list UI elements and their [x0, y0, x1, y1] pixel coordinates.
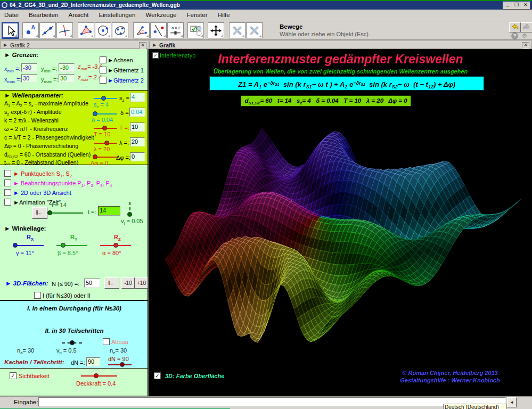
vn-slider-handle[interactable] — [70, 340, 75, 345]
checkbox-tool-icon — [189, 24, 202, 37]
grafik-close-icon[interactable]: ✕ — [522, 42, 529, 50]
beobachtungspunkte-label: ► Beabachtungspunkte P1, P2, P3, P4 — [13, 180, 112, 188]
ry-slider-handle[interactable] — [61, 243, 66, 248]
tool-custom-tools[interactable] — [229, 22, 245, 38]
wellen-line-7: dS1,S2 = 60 - Ortsabstand (Quellen) — [4, 151, 91, 159]
tool-perpendicular-line[interactable] — [56, 22, 73, 38]
sz-slider[interactable] — [94, 98, 117, 99]
vn-value: vn = 0.5 — [56, 347, 77, 355]
animation-zeit-checkbox[interactable] — [4, 199, 11, 206]
rx-slider[interactable] — [13, 245, 44, 246]
sz-slider-handle[interactable] — [101, 96, 106, 101]
eingabe-input[interactable] — [38, 397, 506, 406]
tool-reflect[interactable] — [150, 22, 167, 38]
T-slider-handle[interactable] — [102, 126, 107, 130]
ry-slider[interactable] — [56, 245, 87, 246]
menu-bearbeiten[interactable]: Bearbeiten — [24, 10, 63, 18]
dphi-input[interactable]: 0 — [130, 152, 145, 161]
n-minus10-button[interactable]: -10 — [121, 277, 135, 289]
xmin-input[interactable]: -30 — [21, 63, 37, 72]
n-input[interactable]: 50 — [84, 279, 100, 288]
xmax-input[interactable]: 30 — [21, 74, 37, 83]
wellen-line-1: A1 = A2 = sz - maximale Amplitude — [4, 100, 88, 108]
ymax-input[interactable]: 30 — [59, 74, 75, 83]
sz-input[interactable]: 4 — [130, 93, 145, 102]
tool-new-point[interactable]: A — [22, 22, 39, 38]
dphi-slider[interactable] — [94, 157, 117, 158]
sz-slider-label: sz = 4 — [94, 101, 109, 109]
dphi-slider-handle[interactable] — [93, 154, 97, 159]
grafik2-panel-header[interactable]: ▶ Grafik 2 ✕ — [0, 40, 149, 49]
lambda-input[interactable]: 20 — [130, 137, 145, 146]
beobachtungspunkte-checkbox[interactable] — [4, 179, 11, 186]
delta-slider-handle[interactable] — [93, 111, 97, 116]
rz-slider[interactable] — [100, 245, 131, 246]
help-icon[interactable]: ? — [511, 32, 518, 39]
tool-line[interactable] — [39, 22, 56, 38]
restore-button[interactable]: ❐ — [512, 2, 521, 10]
deckkraft-slider[interactable] — [81, 375, 117, 377]
close-button[interactable]: ✕ — [521, 2, 530, 10]
gitternetz2-checkbox[interactable] — [100, 77, 107, 84]
menu-hilfe[interactable]: Hilfe — [214, 10, 234, 18]
minimize-button[interactable]: _ — [503, 2, 512, 10]
input-history-button[interactable]: ◄ — [507, 397, 517, 407]
panel-collapse-icon[interactable]: ▶ — [4, 43, 7, 47]
rx-slider-handle[interactable] — [13, 243, 18, 248]
grafik2-close-icon[interactable]: ✕ — [139, 42, 146, 50]
T-input[interactable]: 10 — [130, 122, 145, 132]
T-slider[interactable] — [94, 128, 117, 129]
redo-button[interactable] — [521, 22, 532, 32]
tool-slider[interactable]: a = 2 — [167, 22, 184, 38]
delta-slider-label: δ = 0.04 — [92, 117, 113, 123]
n-reset-button[interactable]: ‖← — [104, 277, 119, 289]
menu-einstellungen[interactable]: Einstellungen — [94, 10, 140, 18]
tools-icon-2 — [248, 24, 261, 37]
tool-move-view[interactable] — [208, 22, 224, 38]
gear-icon[interactable]: ⚙ — [522, 32, 527, 39]
menu-ansicht[interactable]: Ansicht — [64, 10, 93, 18]
menu-werkzeuge[interactable]: Werkzeuge — [142, 10, 181, 18]
dn-input[interactable]: 90 — [86, 357, 100, 366]
achsen-checkbox[interactable] — [100, 56, 107, 63]
tool-checkbox[interactable] — [187, 22, 204, 38]
delta-slider[interactable] — [94, 113, 117, 114]
t-slider[interactable] — [49, 212, 83, 214]
time-pause-button[interactable]: ‖← — [32, 207, 47, 219]
surface-color-checkbox[interactable]: ✓ — [154, 372, 161, 379]
sichtbarkeit-checkbox[interactable]: ✓ — [10, 372, 17, 379]
grafik-panel-header[interactable]: ▶ Grafik ✕ — [149, 40, 532, 49]
abbau-checkbox[interactable] — [103, 338, 110, 345]
tool-move-cursor[interactable] — [2, 22, 19, 38]
deckkraft-label: Deckkraft = 0.4 — [76, 380, 116, 387]
xmin-label: xmin =: — [4, 66, 20, 73]
tool-custom-tools-2[interactable] — [246, 22, 263, 38]
lambda-slider[interactable] — [94, 143, 117, 144]
menu-datei[interactable]: Datei — [0, 10, 23, 18]
menu-fenster[interactable]: Fenster — [183, 10, 212, 18]
undo-button[interactable] — [509, 22, 521, 32]
vt-slider-handle[interactable] — [127, 212, 132, 217]
tool-angle[interactable]: α — [133, 22, 150, 38]
t-slider-handle[interactable] — [47, 210, 52, 215]
delta-input[interactable]: 0.04 — [129, 108, 145, 117]
punktquellen-checkbox[interactable] — [4, 170, 11, 177]
tool-conic[interactable] — [112, 22, 128, 38]
rx-label: RX — [27, 234, 34, 242]
ansicht-2d3d-checkbox[interactable] — [4, 189, 11, 196]
title-bar[interactable]: 04_2_GG4_3D_und_2D_Interferenzmuster_ged… — [0, 1, 532, 10]
deckkraft-slider-handle[interactable] — [94, 373, 99, 378]
panel-collapse-icon[interactable]: ▶ — [153, 43, 156, 47]
n-plus10-button[interactable]: +10 — [135, 277, 148, 289]
dn-slider-handle[interactable] — [120, 362, 125, 367]
lambda-slider-handle[interactable] — [104, 141, 109, 145]
durchgang-mode-checkbox[interactable] — [34, 292, 41, 299]
gitternetz1-checkbox[interactable] — [100, 67, 107, 73]
formula-text: Z1 = A1 e−δrS1 sin (k rS1− ω t ) + A2 e−… — [209, 76, 484, 91]
t-input[interactable]: 14 — [98, 206, 120, 216]
tool-polygon[interactable] — [78, 22, 94, 38]
tool-circle[interactable] — [95, 22, 111, 38]
ymin-input[interactable]: -30 — [59, 63, 75, 72]
dn-slider[interactable] — [108, 364, 132, 365]
rz-slider-handle[interactable] — [113, 243, 118, 248]
